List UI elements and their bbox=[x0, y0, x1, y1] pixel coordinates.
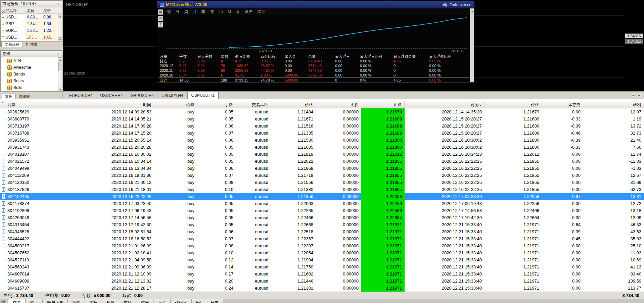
orders-column-header[interactable]: 时间 bbox=[61, 101, 154, 108]
stats-scrollbar[interactable] bbox=[470, 8, 474, 82]
table-row[interactable]: 303716788 2020.12.14 17:15:20 buy 0.07 e… bbox=[0, 130, 644, 137]
orders-column-header[interactable]: 价格 bbox=[485, 101, 542, 108]
table-row[interactable]: 304049499 2020.12.16 13:04:34 buy 0.06 e… bbox=[0, 165, 644, 172]
bottom-tab-新闻[interactable]: 新闻 bbox=[67, 299, 85, 303]
close-icon[interactable]: × bbox=[56, 52, 60, 56]
market-watch-row[interactable]: ▼USD... 103... 103... bbox=[1, 34, 58, 41]
bottom-tab-文章[interactable]: 文章 bbox=[153, 299, 170, 303]
bottom-tab-账户历史[interactable]: 账户历史 bbox=[42, 299, 67, 303]
scroll-up-icon[interactable] bbox=[58, 14, 62, 18]
bottom-tab-日志[interactable]: 日志 bbox=[206, 299, 223, 303]
stats-panel-url[interactable]: http://mtdriver.cn bbox=[442, 2, 471, 7]
stats-menu-item[interactable]: 备 bbox=[236, 9, 240, 15]
bottom-tab-代码库[interactable]: 代码库 bbox=[170, 299, 191, 303]
tab-scroll-right-icon[interactable]: ▸ bbox=[637, 93, 642, 98]
table-row[interactable]: 304018107 2020.12.16 10:30:02 buy 0.05 e… bbox=[0, 151, 644, 158]
chart-tab-USDCHF,H4[interactable]: USDCHF,H4 bbox=[96, 93, 127, 99]
stats-menu-item[interactable]: 季 bbox=[201, 9, 205, 15]
bottom-tab-警报[interactable]: 警报 bbox=[85, 299, 102, 303]
orders-column-header[interactable]: 获利 bbox=[583, 101, 644, 108]
orders-column-header[interactable]: 时间▴ bbox=[405, 101, 485, 108]
chart-tab-USDJPY,H4[interactable]: USDJPY,H4 bbox=[158, 93, 187, 99]
column-bid[interactable]: 卖价 bbox=[26, 7, 42, 13]
chart-tab-GBPUSD,H1[interactable]: GBPUSD,H1 bbox=[187, 92, 219, 99]
table-row[interactable]: 304609009 2020.12.21 12:13:32 buy 0.20 e… bbox=[0, 277, 644, 285]
table-row[interactable]: 304615737 2020.12.21 12:28:17 buy 0.24 e… bbox=[0, 285, 644, 292]
bottom-tab-展示[interactable]: 展示 bbox=[25, 299, 42, 303]
table-row[interactable]: 304607014 2020.12.21 12:10:09 buy 0.17 e… bbox=[0, 270, 644, 277]
orders-column-header[interactable]: 库存费 bbox=[542, 101, 583, 108]
table-row[interactable]: 304348528 2020.12.18 02:51:54 buy 0.06 e… bbox=[0, 228, 644, 235]
chart-area[interactable]: GBPUSD,H1 22 Dec 2020 1.343161.34315 MTD… bbox=[63, 0, 644, 91]
table-row[interactable]: 304021572 2020.12.16 10:34:14 buy 0.05 e… bbox=[0, 158, 644, 165]
table-row[interactable]: 304259049 2020.12.17 14:56:58 buy 0.05 e… bbox=[0, 214, 644, 221]
orders-column-header[interactable]: 手数 bbox=[197, 101, 236, 108]
tab-即时图[interactable]: 即时图 bbox=[23, 42, 40, 47]
bottom-tab-市场[interactable]: 市场 bbox=[119, 299, 136, 303]
nav-item-awesome[interactable]: ƒAwesome bbox=[1, 64, 58, 71]
chart-tab-EURUSD,H4[interactable]: EURUSD,H4 bbox=[65, 93, 96, 99]
column-symbol[interactable]: 交易品种 bbox=[1, 7, 26, 13]
column-ask[interactable]: 买价 bbox=[42, 7, 58, 13]
nav-item-bands[interactable]: ƒBands bbox=[1, 71, 58, 78]
orders-column-header[interactable]: 止损 bbox=[316, 101, 361, 108]
stats-menu-item[interactable]: M bbox=[228, 9, 231, 14]
stats-menu-item[interactable]: 年 bbox=[210, 9, 214, 15]
table-row[interactable]: 304507652 2020.12.21 02:18:41 buy 0.10 e… bbox=[0, 249, 644, 256]
market-watch-scrollbar[interactable] bbox=[58, 14, 62, 41]
nav-item-atr[interactable]: ƒATR bbox=[1, 57, 58, 64]
scroll-up-icon[interactable] bbox=[58, 57, 62, 61]
bottom-tab-EA[interactable]: EA bbox=[191, 299, 206, 303]
orders-column-header[interactable]: 订单 bbox=[0, 101, 61, 108]
table-row[interactable]: 304137926 2020.12.16 21:18:01 buy 0.10 e… bbox=[0, 186, 644, 193]
navigator-scrollbar[interactable] bbox=[58, 57, 62, 91]
table-row[interactable]: 303713197 2020.12.14 17:09:28 buy 0.06 e… bbox=[0, 122, 644, 130]
table-row[interactable]: 304130150 2020.12.16 21:00:12 buy 0.08 e… bbox=[0, 179, 644, 186]
table-row[interactable]: 304560243 2020.12.21 09:36:39 buy 0.14 e… bbox=[0, 263, 644, 270]
table-row[interactable]: 304152495 2020.12.16 22:22:26 buy 0.05 e… bbox=[0, 193, 644, 200]
bottom-tab-邮箱[interactable]: 邮箱 bbox=[102, 299, 119, 303]
table-row[interactable]: 304444422 2020.12.18 16:50:52 buy 0.07 e… bbox=[0, 235, 644, 242]
market-watch-row[interactable]: ▲EUR... 1.22... 1.22... bbox=[1, 27, 58, 34]
table-row[interactable]: 304500217 2020.12.21 01:26:39 buy 0.08 e… bbox=[0, 242, 644, 249]
table-row[interactable]: 304112209 2020.12.16 18:31:36 buy 0.07 e… bbox=[0, 172, 644, 179]
scroll-down-icon[interactable] bbox=[58, 87, 62, 91]
stats-menu-item[interactable]: 账户 bbox=[244, 9, 252, 15]
orders-column-header[interactable]: 交易品种 bbox=[236, 101, 271, 108]
orders-column-header[interactable]: 止盈 bbox=[361, 101, 405, 108]
table-row[interactable]: 303625629 2020.12.14 09:28:53 buy 0.05 e… bbox=[0, 108, 644, 115]
table-row[interactable]: 304178374 2020.12.17 03:23:40 buy 0.05 e… bbox=[0, 200, 644, 207]
table-row[interactable]: 304313454 2020.12.17 19:42:30 buy 0.05 e… bbox=[0, 221, 644, 228]
market-watch-row[interactable]: ▲USD... 0.88... 0.88... bbox=[1, 14, 58, 20]
orders-column-header[interactable]: 类型 bbox=[154, 101, 197, 108]
stats-menu-item[interactable]: 路径 bbox=[257, 9, 265, 15]
orders-column-header[interactable]: 价格 bbox=[271, 101, 316, 108]
scroll-down-icon[interactable] bbox=[58, 37, 62, 41]
close-icon[interactable]: × bbox=[1, 100, 4, 104]
stats-menu-item[interactable]: 月 bbox=[193, 9, 197, 15]
stats-menu-item[interactable]: 币 bbox=[219, 9, 223, 15]
close-icon[interactable]: × bbox=[56, 2, 60, 6]
nav-item-bears[interactable]: ƒBears bbox=[1, 78, 58, 84]
stats-side-button[interactable]: ? bbox=[158, 22, 163, 28]
scroll-up-icon[interactable] bbox=[470, 8, 474, 12]
table-row[interactable]: 304192899 2020.12.17 06:19:43 buy 0.05 e… bbox=[0, 207, 644, 214]
tab-常用[interactable]: 常用 bbox=[2, 94, 16, 99]
tab-scroll-left-icon[interactable]: ◂ bbox=[631, 93, 636, 98]
nav-item-bulls[interactable]: ƒBulls bbox=[1, 84, 58, 91]
table-row[interactable]: 303931743 2020.12.15 20:20:28 buy 0.05 e… bbox=[0, 144, 644, 151]
stats-side-button[interactable]: N bbox=[158, 16, 163, 21]
table-row[interactable]: 303935951 2020.12.15 20:55:14 buy 0.06 e… bbox=[0, 137, 644, 144]
table-row[interactable]: 303680779 2020.12.14 14:35:21 buy 0.05 e… bbox=[0, 115, 644, 122]
stats-side-button[interactable]: ▦ bbox=[158, 9, 163, 15]
bottom-tab-信号[interactable]: 信号 bbox=[136, 299, 153, 303]
tab-交易品种[interactable]: 交易品种 bbox=[1, 42, 23, 47]
chart-tab-GBPUSD,H4[interactable]: GBPUSD,H4 bbox=[127, 93, 158, 99]
market-watch-row[interactable]: ▲GBP... 1.34... 1.34... bbox=[1, 20, 58, 27]
bottom-tab-交易[interactable]: 交易 bbox=[8, 299, 25, 303]
stats-menu-item[interactable]: 周 bbox=[184, 9, 188, 15]
stats-menu-item[interactable]: 日 bbox=[175, 9, 179, 15]
table-row[interactable]: 304527113 2020.12.21 04:39:58 buy 0.12 e… bbox=[0, 256, 644, 263]
stats-menu-item[interactable]: 综 bbox=[167, 9, 171, 15]
scrollbar-thumb[interactable] bbox=[58, 62, 62, 71]
